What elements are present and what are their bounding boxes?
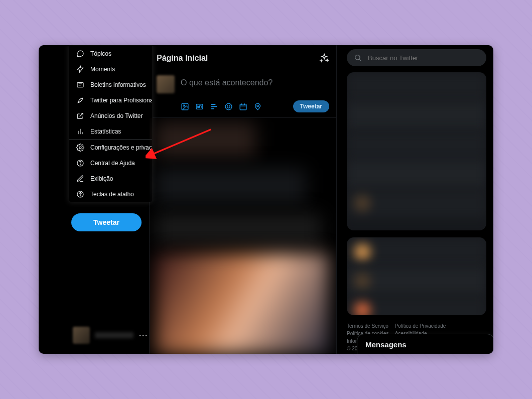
blurred-panel-row (347, 267, 486, 296)
image-icon[interactable] (181, 102, 189, 111)
more-icon: ⋯ (139, 330, 148, 341)
chat-bubble-icon (76, 50, 84, 58)
blurred-tweet (156, 213, 321, 243)
menu-item-twitter-ads[interactable]: Anúncios do Twitter (69, 108, 152, 123)
edit-icon (76, 175, 84, 183)
poll-icon[interactable] (210, 102, 218, 111)
tweet-submit-button[interactable]: Tweetar (293, 100, 329, 112)
blurred-panel-row (347, 189, 486, 218)
more-menu-popup: Tópicos Moments Boletins informativos Tw… (69, 45, 153, 202)
tweet-submit-label: Tweetar (300, 103, 322, 110)
accessibility-icon (76, 190, 84, 198)
blurred-panel-row (347, 160, 486, 189)
bar-chart-icon (76, 127, 84, 136)
messages-drawer[interactable]: Mensagens (357, 334, 493, 354)
app-window: Tópicos Moments Boletins informativos Tw… (39, 45, 493, 354)
search-box[interactable] (347, 49, 486, 66)
gif-icon[interactable] (195, 102, 204, 111)
menu-item-label: Central de Ajuda (90, 160, 135, 167)
external-link-icon (76, 112, 84, 120)
svg-point-9 (225, 103, 232, 110)
page-title: Página Inicial (157, 54, 208, 63)
menu-item-label: Boletins informativos (90, 81, 146, 88)
location-icon[interactable] (253, 102, 262, 111)
menu-item-label: Anúncios do Twitter (90, 112, 143, 119)
blurred-tweet (156, 168, 306, 203)
menu-item-display[interactable]: Exibição (69, 171, 152, 186)
blurred-tweet (156, 122, 256, 157)
sparkle-icon[interactable] (319, 53, 329, 63)
timeline-header: Página Inicial (150, 45, 336, 71)
menu-item-moments[interactable]: Moments (69, 61, 152, 77)
gear-icon (76, 144, 84, 152)
tweet-composer: O que está acontecendo? Tweetar (150, 71, 336, 118)
menu-item-twitter-pro[interactable]: Twitter para Profissionais (69, 92, 152, 108)
svg-rect-12 (240, 104, 246, 109)
blurred-panel-row (347, 101, 486, 130)
help-icon (76, 159, 84, 167)
left-sidebar: Tópicos Moments Boletins informativos Tw… (39, 45, 149, 354)
svg-point-10 (227, 105, 228, 106)
svg-point-5 (80, 192, 81, 193)
menu-item-label: Teclas de atalho (90, 191, 134, 198)
menu-item-newsletters[interactable]: Boletins informativos (69, 77, 152, 92)
lightning-icon (76, 65, 84, 73)
emoji-icon[interactable] (224, 102, 233, 111)
blurred-panel-row (347, 237, 486, 267)
svg-point-1 (79, 147, 81, 149)
trends-panel[interactable] (347, 72, 486, 230)
menu-item-topics[interactable]: Tópicos (69, 46, 152, 61)
menu-item-settings-privacy[interactable]: Configurações e privacidade (69, 140, 152, 155)
blurred-panel-row (347, 130, 486, 160)
account-switcher[interactable]: ⋯ (69, 324, 152, 346)
blurred-tweet (156, 253, 329, 354)
svg-point-11 (229, 105, 230, 106)
tweet-button[interactable]: Tweetar (71, 213, 142, 231)
newsletter-icon (76, 81, 84, 89)
svg-rect-0 (77, 82, 83, 87)
svg-point-14 (355, 55, 360, 60)
menu-item-label: Estatísticas (90, 128, 121, 135)
menu-item-label: Moments (90, 66, 115, 73)
account-name-redacted (95, 332, 134, 338)
messages-label: Mensagens (365, 340, 407, 349)
tweet-button-label: Tweetar (93, 218, 119, 226)
menu-item-label: Configurações e privacidade (90, 144, 153, 151)
svg-point-3 (80, 164, 80, 165)
menu-item-analytics[interactable]: Estatísticas (69, 123, 152, 139)
svg-point-7 (183, 104, 185, 106)
footer-privacy[interactable]: Política de Privacidade (395, 323, 446, 329)
right-sidebar: Termos de Serviço Política de Privacidad… (337, 45, 493, 354)
menu-item-label: Tópicos (90, 50, 111, 57)
menu-item-keyboard-shortcuts[interactable]: Teclas de atalho (69, 186, 152, 202)
menu-item-help-center[interactable]: Central de Ajuda (69, 155, 152, 171)
menu-item-label: Exibição (90, 175, 113, 182)
timeline-feed[interactable] (150, 118, 336, 354)
avatar (73, 327, 90, 344)
blurred-panel-row (347, 296, 486, 315)
composer-placeholder[interactable]: O que está acontecendo? (181, 75, 273, 87)
avatar (157, 75, 175, 93)
search-input[interactable] (367, 54, 479, 62)
search-icon (354, 54, 362, 62)
svg-point-13 (257, 105, 259, 107)
rocket-icon (76, 96, 84, 104)
schedule-icon[interactable] (239, 102, 247, 111)
main-timeline: Página Inicial O que está acontecendo? (149, 45, 337, 354)
footer-terms[interactable]: Termos de Serviço (347, 323, 388, 329)
menu-item-label: Twitter para Profissionais (90, 97, 153, 104)
who-to-follow-panel[interactable] (347, 237, 486, 315)
blurred-panel-row (347, 72, 486, 101)
